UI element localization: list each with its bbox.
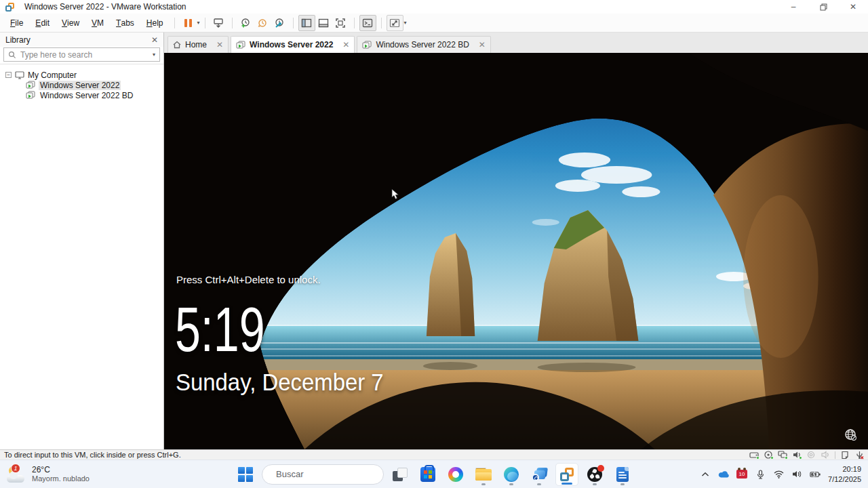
edge-button[interactable]: [500, 463, 523, 486]
wifi-icon[interactable]: [773, 469, 784, 480]
vm-item-label: Windows Server 2022 BD: [39, 91, 134, 100]
webcam-status-icon[interactable]: [806, 451, 816, 459]
library-panel-icon: [301, 18, 312, 28]
suspend-button[interactable]: [180, 15, 197, 31]
harddisk-status-icon[interactable]: [749, 451, 759, 459]
tree-node-label: My Computer: [28, 70, 77, 80]
vmware-logo-icon: [5, 3, 14, 12]
reminder-tray-icon[interactable]: 10: [736, 470, 747, 479]
battery-icon[interactable]: [810, 469, 821, 480]
lock-clock-date: Sunday, December 7: [176, 369, 384, 396]
tab-close-icon[interactable]: ✕: [216, 40, 223, 49]
weather-widget[interactable]: 1 26°C Mayorm. nublado: [0, 465, 90, 484]
unlock-message: Press Ctrl+Alt+Delete to unlock.: [176, 274, 321, 285]
fullscreen-icon: [335, 18, 346, 28]
library-panel: Library ✕ ▾ − My Computer Windows Server…: [0, 33, 164, 449]
tab-windows-server-2022[interactable]: Windows Server 2022 ✕: [231, 36, 355, 53]
weather-temperature: 26°C: [32, 465, 90, 474]
tree-node-my-computer[interactable]: − My Computer: [5, 70, 163, 80]
network-status-icon[interactable]: [778, 451, 787, 459]
tray-clock[interactable]: 20:19 7/12/2025: [828, 464, 861, 484]
tab-close-icon[interactable]: ✕: [342, 40, 349, 49]
menu-help[interactable]: Help: [140, 14, 170, 32]
microphone-icon[interactable]: [755, 469, 766, 480]
library-search[interactable]: ▾: [3, 47, 160, 62]
tab-home[interactable]: Home ✕: [167, 36, 229, 53]
vm-icon: [236, 41, 245, 49]
menu-edit[interactable]: Edit: [29, 14, 56, 32]
menu-vm[interactable]: VM: [85, 14, 110, 32]
taskbar-search-input[interactable]: [276, 469, 395, 479]
library-title: Library: [5, 35, 31, 45]
task-view-button[interactable]: [389, 463, 412, 486]
fullscreen-button[interactable]: [332, 15, 349, 31]
obs-icon: [587, 467, 602, 482]
taskbar-search[interactable]: [262, 464, 384, 485]
tab-label: Windows Server 2022 BD: [376, 40, 469, 49]
suspend-dropdown[interactable]: ▾: [197, 20, 200, 26]
show-thumbnail-bar-button[interactable]: [315, 15, 332, 31]
title-bar: Windows Server 2022 - VMware Workstation…: [0, 0, 868, 14]
stretch-view-button[interactable]: [387, 15, 403, 31]
hidden-icons-chevron[interactable]: [700, 469, 711, 480]
revert-snapshot-button[interactable]: [254, 15, 271, 31]
stretch-icon: [389, 18, 400, 28]
tab-label: Home: [185, 40, 207, 49]
tray-time: 20:19: [828, 464, 861, 474]
vm-notes-icon[interactable]: [840, 451, 850, 459]
library-close-icon[interactable]: ✕: [151, 35, 158, 45]
take-snapshot-button[interactable]: [237, 15, 254, 31]
copilot-button[interactable]: [444, 463, 467, 486]
stretch-dropdown[interactable]: ▾: [404, 20, 407, 26]
sound-status-icon[interactable]: [792, 451, 802, 459]
tree-node-vm-2[interactable]: Windows Server 2022 BD: [26, 90, 163, 100]
menu-toolbar: File Edit View VM Tabs Help ▾ ▾: [0, 14, 868, 33]
show-library-button[interactable]: [298, 15, 315, 31]
console-icon: [362, 18, 373, 28]
window-title: Windows Server 2022 - VMware Workstation: [24, 2, 186, 12]
vm-display[interactable]: Press Ctrl+Alt+Delete to unlock. 5:19 Su…: [164, 53, 868, 449]
usb-disconnected-icon[interactable]: [854, 451, 864, 459]
vmware-icon: [559, 467, 574, 482]
microsoft-store-button[interactable]: [416, 463, 439, 486]
menu-tabs[interactable]: Tabs: [110, 14, 140, 32]
ctrl-alt-del-icon: [213, 18, 224, 28]
system-tray: 10 20:19 7/12/2025: [700, 464, 868, 484]
obs-studio-button[interactable]: [583, 463, 606, 486]
manage-snapshots-button[interactable]: [271, 15, 288, 31]
search-dropdown-icon[interactable]: ▾: [153, 52, 155, 58]
vm-icon: [26, 81, 35, 89]
tab-windows-server-2022-bd[interactable]: Windows Server 2022 BD ✕: [357, 36, 490, 53]
search-icon: [8, 51, 16, 59]
volume-icon[interactable]: [791, 469, 802, 480]
library-search-input[interactable]: [20, 50, 148, 60]
tree-node-vm-1[interactable]: Windows Server 2022: [26, 80, 163, 90]
document-icon: [616, 467, 629, 482]
cdrom-status-icon[interactable]: [764, 451, 773, 459]
collapse-icon[interactable]: −: [5, 72, 12, 78]
tab-bar: Home ✕ Windows Server 2022 ✕ Windows Ser…: [164, 33, 868, 53]
menu-file[interactable]: File: [4, 14, 29, 32]
writer-document-button[interactable]: [611, 463, 634, 486]
speaker-muted-status-icon[interactable]: [821, 451, 830, 459]
outlook-icon: [532, 468, 547, 481]
menu-view[interactable]: View: [56, 14, 85, 32]
tray-date: 7/12/2025: [828, 474, 861, 484]
outlook-button[interactable]: [528, 463, 551, 486]
start-button[interactable]: [234, 463, 257, 486]
vm-icon: [26, 91, 35, 100]
vmware-workstation-button[interactable]: [555, 463, 578, 486]
weather-cloud-icon: 1: [7, 465, 27, 484]
send-ctrl-alt-del-button[interactable]: [210, 15, 227, 31]
edge-icon: [504, 467, 519, 482]
minimize-button[interactable]: –: [778, 0, 808, 14]
tab-label: Windows Server 2022: [250, 40, 333, 49]
file-explorer-button[interactable]: [472, 463, 495, 486]
console-view-button[interactable]: [359, 15, 376, 31]
network-globe-icon[interactable]: [844, 428, 857, 444]
mouse-cursor: [391, 188, 400, 203]
tab-close-icon[interactable]: ✕: [479, 40, 486, 49]
close-button[interactable]: ✕: [838, 0, 868, 14]
restore-button[interactable]: [808, 0, 838, 14]
onedrive-icon[interactable]: [718, 469, 729, 480]
